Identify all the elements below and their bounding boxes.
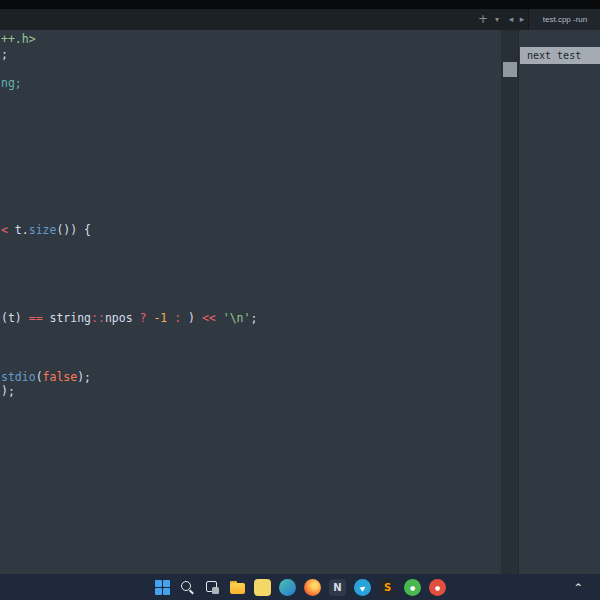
- desktop: + ▾ ◂ ▸ test.cpp -run ++.h>;ng;< t.size(…: [0, 0, 600, 600]
- tab-scroll-right-button[interactable]: ▸: [516, 9, 528, 30]
- code-area[interactable]: ++.h>;ng;< t.size()) {(t) == string::npo…: [1, 32, 501, 574]
- taskbar-icon-dark-app[interactable]: N: [329, 579, 346, 596]
- minimap[interactable]: [501, 30, 518, 574]
- taskbar-icon-group: N▸S●●: [154, 574, 446, 600]
- editor-pane-left[interactable]: ++.h>;ng;< t.size()) {(t) == string::npo…: [0, 30, 501, 574]
- taskbar-icon-edge[interactable]: [279, 579, 296, 596]
- window-top-strip: [0, 0, 600, 9]
- code-line: stdio(false);: [1, 370, 91, 385]
- tab-label: test.cpp -run: [543, 15, 587, 24]
- taskbar-icon-file-explorer[interactable]: [229, 579, 246, 596]
- taskbar-icon-firefox[interactable]: [304, 579, 321, 596]
- tray-expand-chevron-icon[interactable]: ^: [574, 582, 582, 592]
- code-line: ++.h>: [1, 32, 36, 47]
- code-line: (t) == string::npos ? -1 : ) << '\n';: [1, 311, 257, 326]
- editor-pane-right[interactable]: next test: [518, 30, 600, 574]
- taskbar-icon-sublime-text[interactable]: S: [379, 579, 396, 596]
- code-line: ;: [1, 47, 8, 62]
- code-line: );: [1, 384, 15, 399]
- system-tray: ^: [574, 574, 582, 600]
- tab-test-cpp[interactable]: test.cpp -run: [528, 9, 600, 30]
- tab-bar: + ▾ ◂ ▸ test.cpp -run: [0, 9, 600, 30]
- taskbar-icon-telegram[interactable]: ▸: [354, 579, 371, 596]
- taskbar: N▸S●● ^: [0, 574, 600, 600]
- code-line: ng;: [1, 76, 22, 91]
- taskbar-icon-green-app[interactable]: ●: [404, 579, 421, 596]
- code-line: < t.size()) {: [1, 223, 91, 238]
- minimap-viewport[interactable]: [503, 62, 517, 77]
- taskbar-icon-search[interactable]: [179, 579, 196, 596]
- taskbar-icon-task-view[interactable]: [204, 579, 221, 596]
- highlighted-text[interactable]: next test: [520, 47, 600, 64]
- new-tab-button[interactable]: +: [477, 9, 489, 30]
- tab-overflow-button[interactable]: ▾: [491, 9, 503, 30]
- taskbar-icon-start[interactable]: [154, 579, 171, 596]
- taskbar-icon-red-app[interactable]: ●: [429, 579, 446, 596]
- taskbar-icon-sticky-notes[interactable]: [254, 579, 271, 596]
